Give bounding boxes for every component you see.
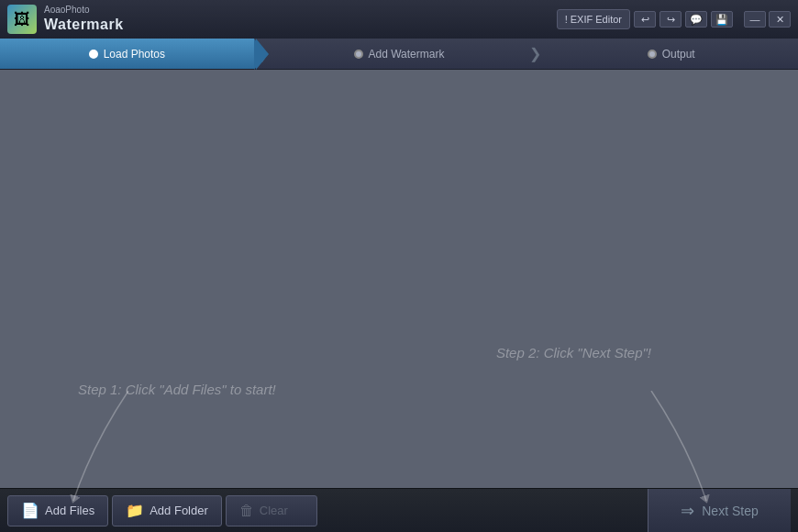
app-sub-name: AoaoPhoto: [44, 5, 124, 16]
chat-icon: 💬: [690, 14, 703, 26]
step-watermark-label: Add Watermark: [369, 48, 445, 61]
title-bar: 🖼 AoaoPhoto Watermark ! EXIF Editor ↩ ↪ …: [0, 0, 798, 39]
hint-step2: Step 2: Click "Next Step"!: [496, 345, 651, 360]
save-icon: 💾: [715, 14, 728, 26]
step-dot-output: [648, 50, 657, 59]
next-step-button[interactable]: ⇒ Next Step: [648, 489, 791, 533]
step-dot-watermark: [354, 50, 363, 59]
step-dot-load: [89, 50, 98, 59]
undo-icon: ↩: [641, 14, 649, 26]
redo-icon: ↪: [667, 14, 675, 26]
win-controls: — ✕: [744, 11, 791, 28]
step-output[interactable]: Output: [544, 39, 798, 69]
minimize-icon: —: [750, 14, 760, 25]
undo-button[interactable]: ↩: [634, 11, 656, 28]
title-right: ! EXIF Editor ↩ ↪ 💬 💾 — ✕: [557, 9, 791, 29]
step-load-label: Load Photos: [104, 48, 165, 61]
close-button[interactable]: ✕: [769, 11, 791, 28]
add-folder-icon: 📁: [126, 502, 144, 519]
exif-editor-button[interactable]: ! EXIF Editor: [557, 9, 630, 29]
app-main-name: Watermark: [44, 16, 124, 33]
exif-editor-label: ! EXIF Editor: [565, 14, 622, 25]
step-load-photos[interactable]: Load Photos: [0, 39, 254, 69]
step-bar: Load Photos ❯ Add Watermark ❯ Output: [0, 39, 798, 70]
add-files-icon: 📄: [21, 502, 39, 519]
title-left: 🖼 AoaoPhoto Watermark: [7, 5, 124, 34]
clear-button[interactable]: 🗑 Clear: [226, 495, 317, 526]
add-folder-label: Add Folder: [150, 504, 208, 517]
app-icon-emoji: 🖼: [14, 10, 30, 29]
step-output-label: Output: [662, 48, 695, 61]
main-area: Step 1: Click "Add Files" to start! Step…: [0, 70, 798, 488]
minimize-button[interactable]: —: [744, 11, 766, 28]
redo-button[interactable]: ↪: [659, 11, 682, 28]
step-arrow-2: ❯: [526, 39, 544, 69]
next-step-label: Next Step: [702, 504, 758, 518]
app-icon: 🖼: [7, 5, 37, 34]
bottom-bar: 📄 Add Files 📁 Add Folder 🗑 Clear ⇒ Next …: [0, 488, 798, 532]
close-icon: ✕: [776, 14, 784, 26]
save-button[interactable]: 💾: [711, 11, 733, 28]
clear-label: Clear: [260, 504, 288, 517]
add-files-label: Add Files: [45, 504, 94, 517]
next-step-icon: ⇒: [681, 501, 694, 521]
chat-button[interactable]: 💬: [685, 11, 707, 28]
add-files-button[interactable]: 📄 Add Files: [7, 495, 108, 526]
step-add-watermark[interactable]: Add Watermark: [272, 39, 526, 69]
clear-icon: 🗑: [239, 503, 254, 519]
add-folder-button[interactable]: 📁 Add Folder: [112, 495, 222, 526]
hint-step1: Step 1: Click "Add Files" to start!: [78, 382, 276, 397]
app-name-block: AoaoPhoto Watermark: [44, 5, 124, 33]
